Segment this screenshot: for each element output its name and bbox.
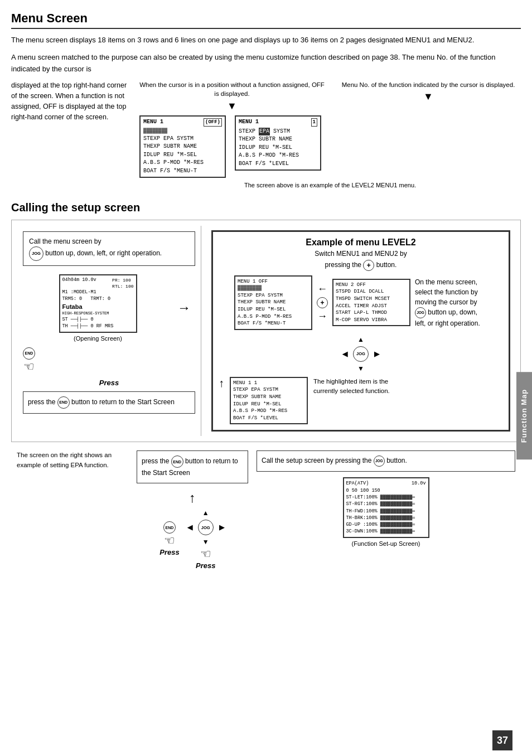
end-button-2[interactable]: END bbox=[57, 396, 70, 409]
plus-btn-between[interactable]: + bbox=[317, 297, 328, 308]
example-highlighted: EPA bbox=[251, 387, 260, 392]
jog-up-arrow: ▲ bbox=[357, 336, 364, 343]
press-label-2: Press bbox=[159, 548, 179, 556]
jog-up-2: ▲ bbox=[202, 509, 209, 517]
intro-paragraph-2: A menu screen matched to the purpose can… bbox=[11, 52, 521, 75]
calling-section: Calling the setup screen Call the menu s… bbox=[11, 201, 521, 443]
hand-icon-1: ☜ bbox=[23, 360, 35, 374]
bottom-left-col: The screen on the right shows an example… bbox=[17, 450, 128, 470]
screen1-row3: THEXP SUBTR NAME bbox=[143, 143, 222, 151]
left-description-text: displayed at the top right-hand corner o… bbox=[11, 80, 134, 122]
hand-icon-2: ☜ bbox=[164, 534, 175, 548]
call-box-text1: Call the menu screen by bbox=[29, 238, 101, 245]
menu-screen-off: MENU 1 (OFF) ▓▓▓▓▓▓▓▓ STEXP EPA SYSTM TH… bbox=[139, 115, 226, 178]
press-label-1: Press bbox=[23, 379, 195, 387]
menu2-badge-1: 1 bbox=[311, 118, 317, 127]
intro-paragraph-1: The menu screen displays 18 items on 3 r… bbox=[11, 35, 521, 46]
jog-right-2: ▶ bbox=[219, 524, 224, 531]
screen1-row4: IDLUP REU *M-SEL bbox=[143, 151, 222, 159]
arrow-up-bottom: ↑ bbox=[219, 377, 224, 390]
calling-title: Calling the setup screen bbox=[11, 201, 521, 214]
function-setup-label: (Function Set-up Screen) bbox=[257, 540, 515, 547]
arrow-left-screens: ← bbox=[317, 283, 327, 295]
arrow-right-1: → bbox=[177, 300, 191, 316]
jog-arrows-box: ▲ ◀ JOG ▶ ▼ bbox=[341, 335, 380, 374]
jog-button-3[interactable]: JOG bbox=[374, 455, 385, 467]
example-bottom-row: ↑ MENU 1 1 STEXP EPA SYSTM THEXP SUBTR bbox=[219, 377, 503, 425]
jog-arrows-center: ▲ ◀ JOG ▶ ▼ bbox=[219, 335, 503, 374]
end-button-3[interactable]: END bbox=[171, 455, 183, 468]
screen2-row2: THEXP SUBTR NAME bbox=[239, 135, 317, 144]
jog-left-2: ◀ bbox=[187, 524, 192, 531]
screen1-row5: A.B.S P-MOD *M-RES bbox=[143, 159, 222, 167]
jog-center-btn[interactable]: JOG bbox=[353, 346, 369, 362]
screens-area: When the cursor is in a position without… bbox=[139, 80, 521, 190]
arrow-down-right: ▼ bbox=[336, 91, 521, 103]
call-box: Call the menu screen by JOG button up, d… bbox=[23, 231, 195, 266]
example-box-sub: Switch MENU1 and MENU2 by bbox=[219, 250, 503, 258]
jog-left-arrow: ◀ bbox=[342, 350, 347, 358]
jog-arrows-bottom: ▲ ◀ JOG ▶ ▼ ☜ Press bbox=[186, 508, 225, 570]
example-right-text-1: On the menu screen, select the function … bbox=[415, 277, 487, 328]
jog-center-2[interactable]: JOG bbox=[198, 520, 214, 535]
screen2-row4: A.B.S P-MOD *M-RES bbox=[239, 152, 317, 160]
opening-screen-display: 04h04m 10.0v PR: 100 RTL: 100 M1 :MODEL-… bbox=[59, 274, 137, 333]
jog-button-2[interactable]: JOG bbox=[415, 307, 426, 318]
call-setup-box: Call the setup screen by pressing the JO… bbox=[257, 450, 515, 472]
bottom-right-col: Call the setup screen by pressing the JO… bbox=[257, 450, 515, 547]
example-box-title: Example of menu LEVEL2 bbox=[219, 238, 503, 248]
return-box-1: press the END button to return to the St… bbox=[23, 391, 195, 414]
example-bottom-left: MENU 1 1 STEXP EPA SYSTM THEXP SUBTR NAM… bbox=[230, 377, 308, 425]
example-menu2-screen: MENU 2 OFF STSPD DIAL DCALL THSPD SWITCH… bbox=[332, 279, 410, 327]
highlight-note: The highlighted item is the currently se… bbox=[313, 377, 397, 396]
menu1-header-left: MENU 1 bbox=[143, 118, 163, 127]
plus-button[interactable]: + bbox=[363, 260, 374, 271]
example-menu1-screen: MENU 1 OFF ▓▓▓▓▓▓▓▓ STEXP EPA SYSTM THEX… bbox=[234, 275, 312, 330]
screen1-dashes: ▓▓▓▓▓▓▓▓ bbox=[143, 128, 222, 135]
screen2-row1: STEXP EPA SYSTM bbox=[239, 128, 317, 136]
screen-switch-arrows: ← + → bbox=[317, 283, 328, 322]
menu-screen-title: Menu Screen bbox=[11, 11, 521, 29]
return-box-2: press the END button to return to the St… bbox=[137, 450, 248, 483]
example-menu1-bottom: MENU 1 1 STEXP EPA SYSTM THEXP SUBTR NAM… bbox=[230, 377, 308, 425]
jog-down-2: ▼ bbox=[202, 538, 209, 546]
screen2-highlighted: EPA bbox=[259, 128, 270, 136]
arrow-up-bottom-2: ↑ bbox=[189, 490, 196, 506]
call-box-text2: button up, down, left, or right operatio… bbox=[45, 249, 162, 257]
menu-screen-diagram: displayed at the top right-hand corner o… bbox=[11, 80, 521, 190]
opening-screen-row: 04h04m 10.0v PR: 100 RTL: 100 M1 :MODEL-… bbox=[23, 274, 195, 342]
example-screens-row: MENU 1 OFF ▓▓▓▓▓▓▓▓ STEXP EPA SYSTM THEX… bbox=[219, 275, 503, 330]
hand-icon-3: ☜ bbox=[200, 547, 211, 561]
menu2-header-left: MENU 1 bbox=[239, 118, 259, 127]
calling-left-col: Call the menu screen by JOG button up, d… bbox=[17, 226, 201, 437]
epa-screen: EPA(ATV) 10.0v 0 50 100 150 ST-LET:100% … bbox=[343, 477, 429, 538]
arrow-down-left: ▼ bbox=[139, 100, 325, 112]
caption-left: When the cursor is in a position without… bbox=[139, 80, 325, 98]
example-box: Example of menu LEVEL2 Switch MENU1 and … bbox=[211, 230, 510, 432]
end-press-group: END ☜ bbox=[23, 347, 35, 374]
end-hand-group: END ☜ Press bbox=[159, 521, 179, 556]
screen-note: The screen above is an example of the LE… bbox=[139, 181, 521, 190]
screen-captions: When the cursor is in a position without… bbox=[139, 80, 521, 112]
jog-arrows-box-2: ▲ ◀ JOG ▶ ▼ bbox=[186, 508, 225, 547]
screen1-row2: STEXP EPA SYSTM bbox=[143, 135, 222, 143]
menu1-badge-off: (OFF) bbox=[204, 118, 222, 127]
sidebar-tab: Function Map bbox=[516, 372, 532, 460]
screen1-row6: BOAT F/S *MENU-T bbox=[143, 167, 222, 176]
example-box-sub2: pressing the + button. bbox=[219, 260, 503, 271]
menu-screens-row: MENU 1 (OFF) ▓▓▓▓▓▓▓▓ STEXP EPA SYSTM TH… bbox=[139, 115, 521, 178]
end-jog-row: END ☜ Press ▲ ◀ JOG ▶ ▼ ☜ Press bbox=[159, 508, 225, 570]
caption-right: Menu No. of the function indicated by th… bbox=[336, 80, 521, 89]
end-button-4[interactable]: END bbox=[163, 521, 176, 534]
bottom-section: The screen on the right shows an example… bbox=[11, 450, 521, 572]
bottom-center-col: press the END button to return to the St… bbox=[137, 450, 248, 572]
futaba-text: Futaba bbox=[62, 303, 134, 311]
end-button-1[interactable]: END bbox=[23, 347, 35, 360]
calling-inner: Call the menu screen by JOG button up, d… bbox=[11, 220, 521, 443]
screen2-row5: BOAT F/S *LEVEL bbox=[239, 160, 317, 168]
screen2-row3: IDLUP REU *M-SEL bbox=[239, 144, 317, 152]
arrow-right-screens: → bbox=[317, 311, 327, 322]
screen-right-text: The screen on the right shows an example… bbox=[17, 450, 128, 470]
press-end-row: END ☜ bbox=[23, 347, 195, 374]
jog-button-1[interactable]: JOG bbox=[29, 246, 43, 261]
